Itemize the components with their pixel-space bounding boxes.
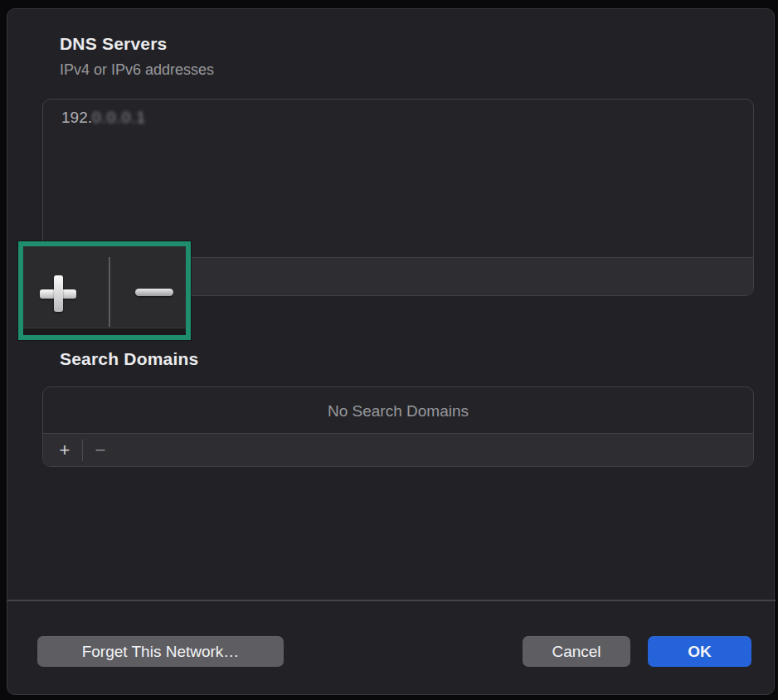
search-add-button[interactable]: +	[52, 438, 77, 463]
forget-network-button[interactable]: Forget This Network…	[37, 636, 284, 667]
footer-divider	[7, 600, 776, 601]
dns-settings-sheet: DNS Servers IPv4 or IPv6 addresses 192.0…	[7, 8, 775, 695]
controls-divider	[109, 257, 110, 327]
search-remove-button[interactable]: −	[88, 438, 113, 463]
dns-servers-subtitle: IPv4 or IPv6 addresses	[60, 61, 214, 79]
cancel-button[interactable]: Cancel	[523, 636, 630, 667]
dns-server-row[interactable]: 192.0.0.0.1	[61, 109, 146, 127]
search-domains-empty-placeholder: No Search Domains	[43, 387, 753, 435]
controls-divider	[82, 440, 83, 461]
ok-button[interactable]: OK	[648, 636, 751, 667]
search-domains-heading: Search Domains	[60, 349, 198, 369]
dns-servers-list: 192.0.0.0.1	[43, 100, 753, 258]
dns-servers-heading: DNS Servers	[60, 34, 167, 54]
dns-server-ip-visible: 192.	[61, 109, 92, 126]
add-remove-highlight-callout	[18, 241, 191, 340]
minus-icon[interactable]	[135, 289, 173, 296]
plus-icon[interactable]	[40, 275, 76, 312]
search-list-controls-bar: + −	[43, 433, 753, 466]
dns-server-ip-redacted: 0.0.0.1	[92, 109, 146, 126]
search-domains-listbox: No Search Domains + −	[42, 386, 754, 467]
callout-bottom-strip	[23, 328, 186, 335]
